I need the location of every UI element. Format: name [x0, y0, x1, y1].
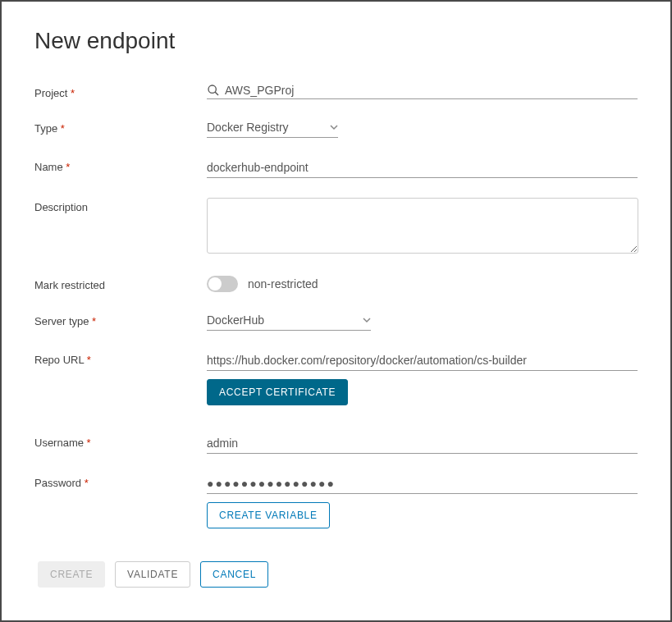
row-server-type: Server type DockerHub [34, 312, 638, 331]
label-username: Username [34, 433, 207, 449]
restricted-toggle[interactable] [207, 276, 238, 292]
row-username: Username [34, 433, 638, 454]
toggle-knob [208, 277, 222, 290]
label-project: Project [34, 84, 207, 99]
name-input[interactable] [207, 158, 638, 178]
svg-line-1 [215, 92, 218, 95]
modal-title: New endpoint [34, 28, 638, 54]
svg-point-0 [208, 85, 216, 93]
create-variable-button[interactable]: Create Variable [207, 502, 330, 528]
row-password: Password ●●●●●●●●●●●●●●● Create Variable [34, 473, 638, 528]
chevron-down-icon [330, 123, 338, 131]
label-description: Description [34, 198, 207, 213]
row-description: Description [34, 198, 638, 256]
label-server-type: Server type [34, 312, 207, 327]
server-type-value: DockerHub [207, 313, 264, 327]
row-restricted: Mark restricted non-restricted [34, 276, 638, 292]
search-icon [207, 84, 220, 97]
label-name: Name [34, 158, 207, 173]
validate-button[interactable]: Validate [115, 561, 190, 588]
row-project: Project [34, 84, 638, 99]
type-value: Docker Registry [207, 121, 289, 134]
chevron-down-icon [363, 316, 371, 324]
create-button: Create [38, 561, 105, 588]
password-input[interactable]: ●●●●●●●●●●●●●●● [207, 473, 638, 494]
accept-certificate-button[interactable]: Accept Certificate [207, 379, 348, 405]
cancel-button[interactable]: Cancel [200, 561, 268, 588]
footer-actions: Create Validate Cancel [38, 561, 268, 588]
username-input[interactable] [207, 433, 638, 454]
new-endpoint-modal: New endpoint Project Type Docker Registr… [0, 0, 672, 622]
server-type-select[interactable]: DockerHub [207, 312, 371, 331]
restricted-state-label: non-restricted [248, 277, 318, 290]
label-restricted: Mark restricted [34, 276, 207, 291]
label-repo-url: Repo URL [34, 350, 207, 366]
project-input[interactable] [225, 84, 638, 97]
type-select[interactable]: Docker Registry [207, 119, 338, 138]
label-type: Type [34, 119, 207, 135]
label-password: Password [34, 473, 207, 489]
row-name: Name [34, 158, 638, 178]
description-textarea[interactable] [207, 198, 638, 254]
row-type: Type Docker Registry [34, 119, 638, 138]
row-repo-url: Repo URL Accept Certificate [34, 350, 638, 405]
project-field-wrap[interactable] [207, 84, 638, 99]
repo-url-input[interactable] [207, 350, 638, 371]
